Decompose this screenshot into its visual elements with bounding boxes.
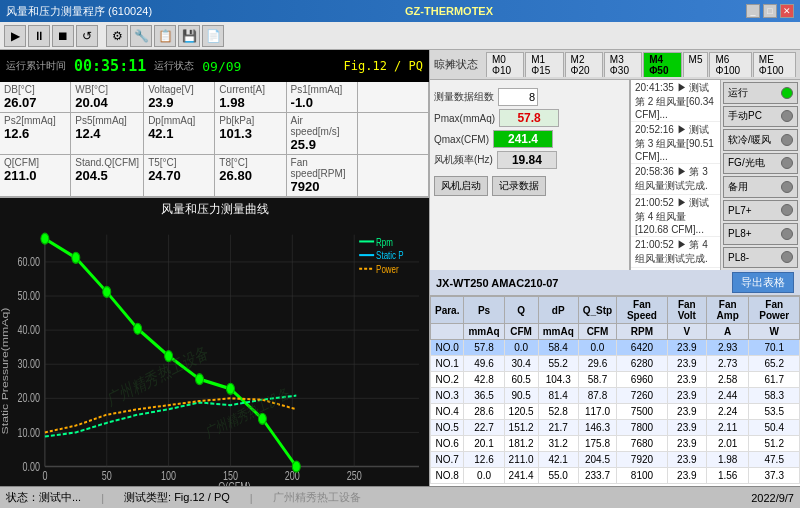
- svg-text:Rpm: Rpm: [376, 235, 393, 248]
- side-control-PL8+[interactable]: PL8+: [723, 223, 798, 245]
- settings-button[interactable]: ⚙: [106, 25, 128, 47]
- title-bar: 风量和压力测量程序 (610024) GZ-THERMOTEX _ □ ✕: [0, 0, 800, 22]
- record-button[interactable]: 记录数据: [492, 176, 546, 196]
- table-row[interactable]: NO.712.6211.042.1204.5792023.91.9847.5: [431, 452, 800, 468]
- table-cell: NO.1: [431, 356, 464, 372]
- table-cell: 87.8: [578, 388, 616, 404]
- chart-inner: 60.00 50.00 40.00 30.00 20.00 10.00 0.00…: [0, 221, 429, 486]
- play-button[interactable]: ▶: [4, 25, 26, 47]
- side-indicator: [781, 157, 793, 169]
- tab-m2[interactable]: M2 Φ20: [565, 52, 603, 77]
- chart-area: 风量和压力测量曲线: [0, 198, 429, 486]
- table-cell: 7500: [617, 404, 668, 420]
- table-cell: 7920: [617, 452, 668, 468]
- table-row[interactable]: NO.620.1181.231.2175.8768023.92.0151.2: [431, 436, 800, 452]
- metric-ps2: Ps2[mmAq] 12.6: [0, 113, 71, 155]
- save-button[interactable]: 💾: [178, 25, 200, 47]
- table-cell: 204.5: [578, 452, 616, 468]
- table-row[interactable]: NO.149.630.455.229.6628023.92.7365.2: [431, 356, 800, 372]
- reset-button[interactable]: ↺: [76, 25, 98, 47]
- run-timer: 00:35:11: [74, 57, 146, 75]
- tab-m4[interactable]: M4 Φ50: [643, 52, 681, 77]
- table-cell: 37.3: [749, 468, 800, 484]
- fan-motor-button[interactable]: 风机启动: [434, 176, 488, 196]
- table-cell: 146.3: [578, 420, 616, 436]
- table-cell: 65.2: [749, 356, 800, 372]
- metric-db: DB[°C] 26.07: [0, 82, 71, 113]
- side-control-PL8-[interactable]: PL8-: [723, 247, 798, 269]
- table-cell: 23.9: [667, 452, 706, 468]
- qmax-label: Qmax(CFM): [434, 134, 489, 145]
- log-entry: 20:58:36 ▶ 第 3 组风量测试完成.: [631, 164, 720, 195]
- side-control-label: 软冷/暖风: [728, 133, 771, 147]
- table-cell: 57.8: [464, 340, 504, 356]
- table-row[interactable]: NO.242.860.5104.358.7696023.92.5861.7: [431, 372, 800, 388]
- svg-text:Power: Power: [376, 263, 399, 276]
- tab-me[interactable]: ME Φ100: [753, 52, 796, 77]
- table-cell: 81.4: [538, 388, 578, 404]
- toolbar: ▶ ⏸ ⏹ ↺ ⚙ 🔧 📋 💾 📄: [0, 22, 800, 50]
- table-row[interactable]: NO.80.0241.455.0233.7810023.91.5637.3: [431, 468, 800, 484]
- table-cell: 6420: [617, 340, 668, 356]
- table-cell: NO.0: [431, 340, 464, 356]
- tab-m3[interactable]: M3 Φ30: [604, 52, 642, 77]
- tab-m5[interactable]: M5: [683, 52, 709, 77]
- close-button[interactable]: ✕: [780, 4, 794, 18]
- side-control-软冷-暖风[interactable]: 软冷/暖风: [723, 129, 798, 151]
- table-cell: NO.4: [431, 404, 464, 420]
- qmax-value: 241.4: [493, 130, 553, 148]
- table-cell: 90.5: [504, 388, 538, 404]
- side-control-label: FG/光电: [728, 156, 765, 170]
- clipboard-button[interactable]: 📋: [154, 25, 176, 47]
- table-cell: 7680: [617, 436, 668, 452]
- minimize-button[interactable]: _: [746, 4, 760, 18]
- test-type-text: 测试类型: Fig.12 / PQ: [124, 490, 230, 505]
- side-control-FG-光电[interactable]: FG/光电: [723, 153, 798, 175]
- table-unit: CFM: [504, 324, 538, 340]
- log-entry: 21:00:57 ▶ 测试第 5 组风量[150.86 CFM]...: [631, 268, 720, 270]
- table-row[interactable]: NO.522.7151.221.7146.3780023.92.1150.4: [431, 420, 800, 436]
- table-cell: 0.0: [464, 468, 504, 484]
- table-row[interactable]: NO.057.80.058.40.0642023.92.9370.1: [431, 340, 800, 356]
- side-indicator: [781, 251, 793, 263]
- table-cell: 2.01: [706, 436, 749, 452]
- table-cell: 7800: [617, 420, 668, 436]
- table-cell: NO.3: [431, 388, 464, 404]
- side-indicator: [781, 134, 793, 146]
- table-header-fan power: Fan Power: [749, 297, 800, 324]
- table-cell: 30.4: [504, 356, 538, 372]
- table-cell: 58.4: [538, 340, 578, 356]
- log-panel: 20:41:35 ▶ 测试第 2 组风量[60.34 CFM]...20:52:…: [630, 80, 720, 270]
- table-cell: 2.58: [706, 372, 749, 388]
- tab-m1[interactable]: M1 Φ15: [525, 52, 563, 77]
- table-unit: V: [667, 324, 706, 340]
- table-unit: CFM: [578, 324, 616, 340]
- table-cell: 181.2: [504, 436, 538, 452]
- run-info-bar: 运行累计时间 00:35:11 运行状态 09/09 Fig.12 / PQ: [0, 50, 429, 82]
- table-header-fan amp: Fan Amp: [706, 297, 749, 324]
- export-button[interactable]: 导出表格: [732, 272, 794, 293]
- tab-m6[interactable]: M6 Φ100: [709, 52, 751, 77]
- side-control-运行[interactable]: 运行: [723, 82, 798, 104]
- chart-title: 风量和压力测量曲线: [0, 198, 429, 221]
- run-state: 09/09: [202, 59, 241, 74]
- svg-text:50: 50: [102, 469, 112, 483]
- table-cell: 241.4: [504, 468, 538, 484]
- metric-t8: T8[°C] 26.80: [215, 155, 286, 197]
- table-cell: 23.9: [667, 340, 706, 356]
- svg-text:Q(CFM): Q(CFM): [218, 480, 250, 486]
- test-count-input[interactable]: [498, 88, 538, 106]
- document-button[interactable]: 📄: [202, 25, 224, 47]
- table-row[interactable]: NO.336.590.581.487.8726023.92.4458.3: [431, 388, 800, 404]
- table-row[interactable]: NO.428.6120.552.8117.0750023.92.2453.5: [431, 404, 800, 420]
- stop-button[interactable]: ⏹: [52, 25, 74, 47]
- tab-m0[interactable]: M0 Φ10: [486, 52, 524, 77]
- side-control-PL7+[interactable]: PL7+: [723, 200, 798, 222]
- tools-button[interactable]: 🔧: [130, 25, 152, 47]
- table-cell: 42.8: [464, 372, 504, 388]
- side-control-手动PC[interactable]: 手动PC: [723, 106, 798, 128]
- pause-button[interactable]: ⏸: [28, 25, 50, 47]
- maximize-button[interactable]: □: [763, 4, 777, 18]
- side-control-备用[interactable]: 备用: [723, 176, 798, 198]
- svg-text:250: 250: [347, 469, 362, 483]
